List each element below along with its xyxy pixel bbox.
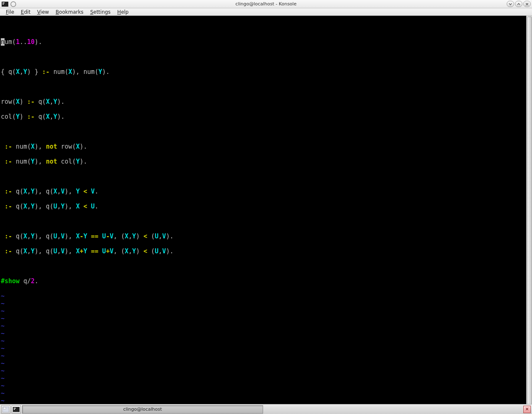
menu-file[interactable]: File — [2, 9, 17, 15]
svg-rect-1 — [2, 2, 5, 3]
svg-point-3 — [11, 2, 16, 7]
konsole-tray-icon[interactable] — [12, 405, 21, 414]
svg-rect-8 — [14, 409, 15, 410]
desktop-pager[interactable] — [1, 405, 10, 414]
menubar: File Edit View Bookmarks Settings Help — [0, 8, 532, 16]
menu-help[interactable]: Help — [114, 9, 132, 15]
terminal-scrollbar[interactable] — [526, 16, 532, 404]
taskbar: clingo@localhost ✕ — [0, 404, 532, 414]
menu-edit[interactable]: Edit — [17, 9, 34, 15]
window-title: clingo@localhost - Konsole — [0, 1, 532, 7]
terminal-content: num(1..10). { q(X,Y) } :- num(X), num(Y)… — [0, 31, 532, 404]
session-icon — [10, 1, 17, 7]
cursor: n — [1, 38, 5, 46]
svg-rect-7 — [14, 408, 16, 409]
menu-settings[interactable]: Settings — [87, 9, 114, 15]
minimize-button[interactable] — [507, 1, 514, 7]
menu-bookmarks[interactable]: Bookmarks — [52, 9, 87, 15]
taskbar-button-konsole[interactable]: clingo@localhost — [22, 405, 263, 414]
taskbar-button-label: clingo@localhost — [123, 407, 162, 412]
terminal[interactable]: num(1..10). { q(X,Y) } :- num(X), num(Y)… — [0, 16, 532, 404]
maximize-button[interactable] — [515, 1, 522, 7]
scrollbar-thumb[interactable] — [527, 17, 532, 404]
svg-rect-5 — [3, 407, 6, 409]
close-button[interactable] — [523, 1, 531, 7]
svg-rect-2 — [2, 4, 4, 5]
panel-close-icon[interactable]: ✕ — [523, 406, 531, 413]
menu-view[interactable]: View — [34, 9, 52, 15]
app-icon — [2, 1, 8, 7]
window-titlebar: clingo@localhost - Konsole — [0, 0, 532, 8]
